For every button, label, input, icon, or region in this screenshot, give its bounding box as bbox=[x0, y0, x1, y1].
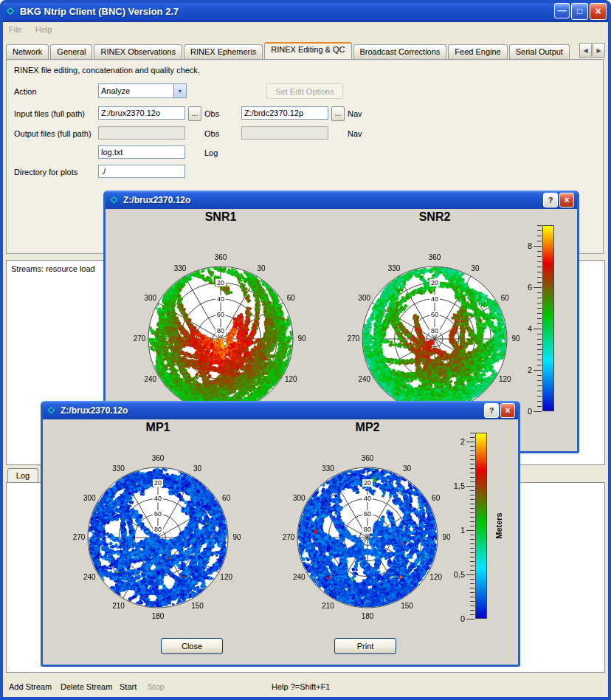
maximize-icon[interactable]: □ bbox=[571, 3, 588, 20]
status-bar: Add Stream Delete Stream Start Stop Help… bbox=[3, 678, 608, 697]
tab-rinex-editing-qc[interactable]: RINEX Editing & QC bbox=[264, 42, 351, 59]
mp-colorbar: 21,510,50Meters bbox=[456, 433, 520, 619]
dialog-help-icon[interactable]: ? bbox=[543, 193, 558, 207]
colorbar-tick-label: 6 bbox=[516, 283, 532, 292]
app-window: BKG Ntrip Client (BNC) Version 2.7 — □ ×… bbox=[0, 0, 611, 700]
action-label: Action bbox=[14, 87, 37, 96]
close-plot-button[interactable]: Close bbox=[161, 638, 223, 654]
plot-title-mp1: MP1 bbox=[55, 421, 261, 437]
mp-dialog-title: Z:/brux2370.12o bbox=[61, 405, 483, 416]
input-files-label: Input files (full path) bbox=[14, 109, 85, 118]
tab-general[interactable]: General bbox=[50, 44, 92, 59]
colorbar-tick-label: 1,5 bbox=[449, 481, 465, 490]
snr-colorbar: 86420 bbox=[523, 225, 579, 411]
plot-title-snr1: SNR1 bbox=[117, 210, 324, 227]
tab-log[interactable]: Log bbox=[7, 468, 38, 483]
input-nav-field[interactable] bbox=[241, 106, 328, 120]
log-label: Log bbox=[204, 148, 218, 157]
minimize-icon[interactable]: — bbox=[554, 3, 570, 18]
tab-feed-engine[interactable]: Feed Engine bbox=[448, 44, 507, 59]
output-files-label: Output files (full path) bbox=[14, 129, 92, 138]
colorbar-tick-label: 0 bbox=[449, 614, 465, 623]
colorbar-tick-label: 4 bbox=[516, 324, 532, 333]
tab-scroll-right-icon[interactable]: ▶ bbox=[593, 43, 605, 58]
tab-rinex-ephemeris[interactable]: RINEX Ephemeris bbox=[184, 44, 263, 59]
chevron-down-icon: ▼ bbox=[173, 84, 186, 97]
dialog-help-icon[interactable]: ? bbox=[484, 403, 499, 418]
print-plot-button[interactable]: Print bbox=[334, 638, 396, 654]
colorbar-gradient bbox=[542, 225, 554, 411]
action-combobox[interactable]: Analyze ▼ bbox=[98, 83, 187, 98]
tab-serial-output[interactable]: Serial Output bbox=[509, 44, 570, 59]
colorbar-unit-label: Meters bbox=[494, 512, 503, 538]
dialog-close-icon[interactable]: × bbox=[500, 403, 515, 418]
dialog-app-icon bbox=[46, 405, 58, 416]
browse-obs-button[interactable]: ... bbox=[188, 106, 201, 121]
tab-broadcast-corrections[interactable]: Broadcast Corrections bbox=[353, 44, 447, 59]
snr-dialog-titlebar[interactable]: Z:/brux2370.12o ? × bbox=[106, 191, 577, 209]
tab-rinex-observations[interactable]: RINEX Observations bbox=[94, 44, 182, 59]
log-file-field[interactable] bbox=[98, 145, 185, 159]
tab-scroll-left-icon[interactable]: ◀ bbox=[579, 43, 592, 58]
streams-header: Streams: resource load bbox=[11, 264, 95, 273]
colorbar-tick-label: 2 bbox=[449, 437, 465, 446]
plots-dir-label: Directory for plots bbox=[14, 168, 77, 176]
dialog-close-icon[interactable]: × bbox=[559, 193, 574, 207]
start-button[interactable]: Start bbox=[120, 682, 137, 691]
input-obs-field[interactable] bbox=[98, 106, 185, 120]
output-obs-label: Obs bbox=[204, 129, 219, 138]
set-edit-options-button[interactable]: Set Edit Options bbox=[266, 83, 343, 99]
mp-dialog-titlebar[interactable]: Z:/brux2370.12o ? × bbox=[43, 401, 518, 419]
output-nav-label: Nav bbox=[348, 129, 362, 138]
plot-title-snr2: SNR2 bbox=[331, 210, 538, 227]
mp-plot-window: Z:/brux2370.12o ? × MP1 MP2 21,510,50Met… bbox=[41, 401, 520, 667]
panel-description: RINEX file editing, concatenation and qu… bbox=[14, 66, 200, 75]
output-obs-field bbox=[98, 126, 185, 140]
colorbar-tick-label: 2 bbox=[516, 366, 532, 374]
delete-stream-button[interactable]: Delete Stream bbox=[61, 682, 112, 691]
snr-dialog-title: Z:/brux2370.12o bbox=[123, 195, 542, 205]
colorbar-tick-label: 1 bbox=[449, 526, 465, 535]
window-title: BKG Ntrip Client (BNC) Version 2.7 bbox=[20, 6, 554, 17]
plots-dir-field[interactable] bbox=[98, 165, 185, 178]
tab-scroll-buttons: ◀ ▶ bbox=[579, 43, 605, 58]
action-value: Analyze bbox=[99, 86, 173, 95]
tab-network[interactable]: Network bbox=[6, 44, 49, 59]
obs-label: Obs bbox=[204, 109, 219, 118]
menu-file[interactable]: File bbox=[9, 25, 22, 34]
skyplot-mp1 bbox=[55, 437, 261, 631]
mp-dialog-body: MP1 MP2 21,510,50Meters Close Print bbox=[43, 419, 518, 665]
output-nav-field bbox=[241, 126, 328, 140]
browse-nav-button[interactable]: ... bbox=[331, 106, 345, 121]
plot-title-mp2: MP2 bbox=[264, 421, 471, 437]
skyplot-mp2 bbox=[264, 437, 471, 631]
help-shortcut-label: Help ?=Shift+F1 bbox=[272, 682, 331, 691]
add-stream-button[interactable]: Add Stream bbox=[9, 682, 52, 691]
colorbar-tick-label: 0,5 bbox=[449, 570, 465, 579]
colorbar-tick-label: 8 bbox=[516, 241, 532, 250]
tab-strip: NetworkGeneralRINEX ObservationsRINEX Ep… bbox=[6, 41, 578, 59]
tab-bar: NetworkGeneralRINEX ObservationsRINEX Ep… bbox=[6, 41, 605, 59]
menu-help[interactable]: Help bbox=[35, 25, 52, 34]
window-controls: — □ × bbox=[554, 3, 607, 20]
menubar: File Help bbox=[3, 22, 611, 37]
stop-button[interactable]: Stop bbox=[148, 682, 165, 691]
dialog-app-icon bbox=[108, 194, 120, 206]
nav-label: Nav bbox=[348, 109, 362, 118]
app-icon bbox=[4, 5, 16, 17]
colorbar-gradient bbox=[475, 433, 487, 619]
titlebar[interactable]: BKG Ntrip Client (BNC) Version 2.7 — □ × bbox=[0, 0, 611, 22]
close-icon[interactable]: × bbox=[590, 3, 607, 20]
